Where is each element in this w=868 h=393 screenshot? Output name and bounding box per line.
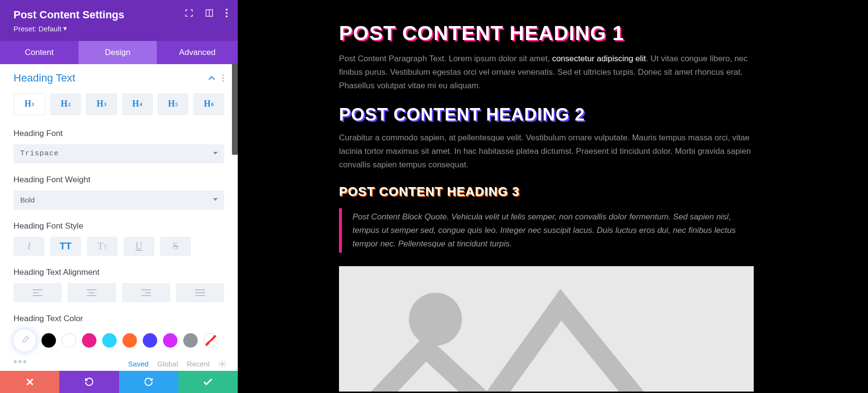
preset-dropdown[interactable]: Preset: Default ▾ (14, 24, 67, 33)
heading-style-label: Heading Font Style (14, 221, 224, 231)
panel-header: Post Content Settings Preset: Default ▾ (0, 0, 238, 41)
preview-paragraph-2: Curabitur a commodo sapien, at pellentes… (339, 131, 754, 172)
color-swatch-orange[interactable] (122, 333, 137, 348)
color-swatch-gray[interactable] (183, 333, 198, 348)
expand-panel-icon[interactable] (205, 9, 214, 17)
heading-level-h6[interactable]: H6 (193, 93, 224, 115)
heading-level-h1[interactable]: H1 (14, 93, 45, 115)
preview-paragraph-1: Post Content Paragraph Text. Lorem ipsum… (339, 52, 754, 93)
strikethrough-button[interactable]: S (160, 237, 191, 256)
svg-point-2 (226, 9, 228, 11)
heading-weight-select[interactable]: Bold (14, 190, 224, 210)
tab-design[interactable]: Design (79, 41, 157, 64)
svg-point-3 (226, 12, 228, 14)
heading-weight-label: Heading Font Weight (14, 175, 224, 185)
heading-align-label: Heading Text Alignment (14, 268, 224, 277)
underline-button[interactable]: U (123, 237, 154, 256)
heading-level-row: H1 H2 H3 H4 H5 H6 (14, 93, 224, 115)
color-swatch-magenta[interactable] (163, 333, 177, 348)
preview-blockquote: Post Content Block Quote. Vehicula velit… (339, 208, 754, 253)
color-tab-recent[interactable]: Recent (187, 360, 210, 368)
heading-level-h4[interactable]: H4 (122, 93, 153, 115)
svg-point-4 (226, 15, 228, 17)
color-swatch-none[interactable] (203, 333, 218, 348)
color-swatch-pink[interactable] (82, 333, 96, 348)
section-heading-text[interactable]: Heading Text (14, 72, 75, 84)
uppercase-button[interactable]: TT (50, 237, 81, 256)
svg-point-20 (221, 363, 223, 365)
collapse-icon[interactable] (208, 76, 215, 81)
preview-heading-3: POST CONTENT HEADING 3 (339, 185, 820, 198)
svg-point-7 (222, 80, 224, 81)
heading-level-h3[interactable]: H3 (86, 93, 117, 115)
redo-button[interactable] (119, 371, 178, 393)
tab-content[interactable]: Content (0, 41, 79, 64)
tab-bar: Content Design Advanced (0, 41, 238, 64)
svg-point-22 (409, 293, 462, 346)
align-right-button[interactable] (122, 283, 170, 302)
color-swatch-blue[interactable] (143, 333, 157, 348)
preview-image-placeholder: ••• (339, 266, 754, 392)
section-more-icon[interactable] (222, 74, 224, 82)
color-swatch-white[interactable] (62, 333, 76, 348)
heading-font-label: Heading Font (14, 129, 224, 138)
preview-heading-1: POST CONTENT HEADING 1 (339, 23, 820, 43)
color-tabs: Saved Global Recent (128, 360, 226, 368)
undo-button[interactable] (59, 371, 119, 393)
preset-label: Preset: Default (14, 25, 61, 33)
smallcaps-button[interactable]: TT (87, 237, 118, 256)
color-picker-eyedropper[interactable] (14, 329, 36, 352)
heading-color-label: Heading Text Color (14, 314, 224, 324)
align-left-button[interactable] (14, 283, 62, 302)
svg-point-5 (222, 74, 224, 76)
align-justify-button[interactable] (176, 283, 224, 302)
heading-level-h2[interactable]: H2 (50, 93, 81, 115)
more-menu-icon[interactable] (225, 9, 228, 17)
tab-advanced[interactable]: Advanced (157, 41, 238, 64)
cancel-button[interactable] (0, 371, 59, 393)
color-tab-saved[interactable]: Saved (128, 360, 149, 368)
panel-footer (0, 371, 238, 393)
panel-body: Heading Text H1 H2 H3 H4 H5 H6 Heading F… (0, 64, 238, 371)
settings-panel: Post Content Settings Preset: Default ▾ … (0, 0, 238, 393)
align-center-button[interactable] (68, 283, 116, 302)
color-tab-global[interactable]: Global (157, 360, 178, 368)
heading-font-select[interactable]: Trispace (14, 144, 224, 163)
preview-canvas: POST CONTENT HEADING 1 Post Content Para… (238, 0, 868, 393)
scrollbar-thumb[interactable] (232, 63, 238, 155)
heading-level-h5[interactable]: H5 (158, 93, 189, 115)
italic-button[interactable]: I (14, 237, 44, 256)
preview-heading-2: POST CONTENT HEADING 2 (339, 106, 820, 123)
save-button[interactable] (178, 371, 238, 393)
chevron-down-icon: ▾ (63, 24, 67, 33)
focus-mode-icon[interactable] (185, 9, 193, 17)
color-swatch-cyan[interactable] (102, 333, 117, 348)
color-settings-icon[interactable] (218, 360, 226, 368)
svg-point-6 (222, 77, 224, 79)
color-swatch-black[interactable] (41, 333, 56, 348)
